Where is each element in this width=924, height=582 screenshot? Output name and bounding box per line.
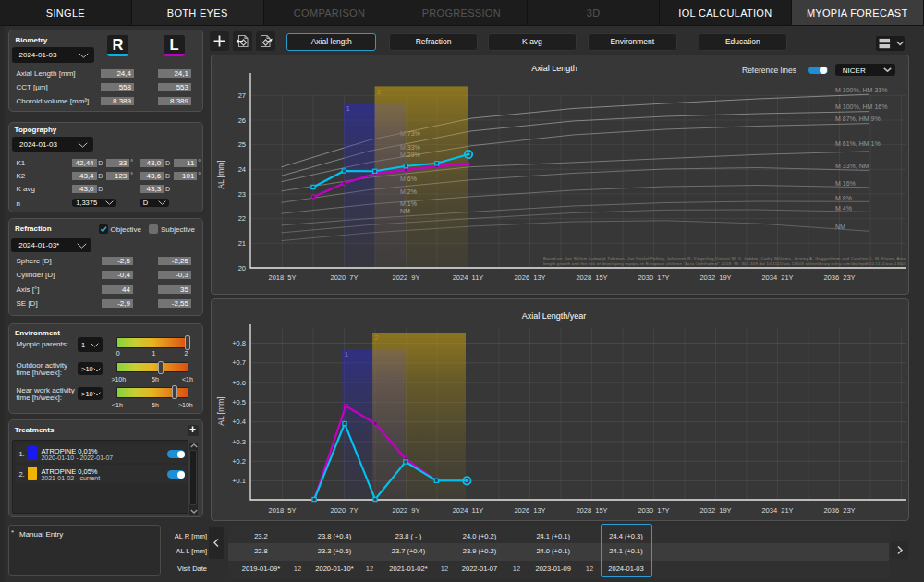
svg-text:24: 24	[238, 165, 246, 174]
svg-text:2036 23Y: 2036 23Y	[823, 506, 855, 515]
svg-text:20: 20	[238, 264, 246, 273]
svg-text:M 61%, HM 1%: M 61%, HM 1%	[835, 140, 881, 147]
svg-text:+0.3: +0.3	[232, 438, 246, 446]
svg-text:2018 5Y: 2018 5Y	[268, 273, 296, 282]
svg-text:+0.5: +0.5	[232, 398, 246, 406]
svg-text:2020 7Y: 2020 7Y	[330, 506, 358, 515]
svg-text:2032 19Y: 2032 19Y	[699, 506, 731, 515]
svg-text:2030 17Y: 2030 17Y	[638, 506, 669, 515]
svg-text:+0.6: +0.6	[232, 379, 246, 387]
svg-text:+0.4: +0.4	[232, 418, 246, 426]
svg-text:Axial Length/year: Axial Length/year	[522, 311, 587, 321]
svg-text:+0.7: +0.7	[232, 358, 246, 367]
svg-text:M 87%, HM 9%: M 87%, HM 9%	[835, 115, 881, 122]
svg-text:25: 25	[238, 140, 246, 149]
svg-text:M 8%: M 8%	[835, 195, 852, 201]
svg-text:M 16%: M 16%	[835, 180, 856, 187]
svg-text:2020 7Y: 2020 7Y	[330, 273, 358, 282]
svg-text:27: 27	[238, 91, 246, 100]
svg-text:1: 1	[345, 350, 349, 358]
svg-text:2030 17Y: 2030 17Y	[638, 273, 669, 282]
svg-text:M 100%, HM 16%: M 100%, HM 16%	[835, 103, 887, 110]
svg-text:26: 26	[238, 116, 246, 125]
svg-text:2018 5Y: 2018 5Y	[268, 506, 296, 515]
svg-text:+0.2: +0.2	[232, 457, 246, 466]
svg-text:+0.8: +0.8	[232, 339, 246, 347]
svg-text:2028 15Y: 2028 15Y	[576, 506, 607, 515]
svg-text:2036 23Y: 2036 23Y	[823, 273, 855, 282]
svg-text:2022 9Y: 2022 9Y	[392, 273, 419, 282]
svg-text:AL [mm]: AL [mm]	[216, 160, 225, 188]
svg-text:Axial Length: Axial Length	[531, 64, 578, 73]
svg-text:2: 2	[377, 88, 382, 96]
svg-text:M 33%, NM: M 33%, NM	[835, 163, 869, 169]
svg-text:M 4%: M 4%	[835, 205, 852, 212]
svg-text:2026 13Y: 2026 13Y	[514, 506, 545, 515]
svg-text:2: 2	[375, 333, 380, 342]
svg-text:NM: NM	[835, 224, 845, 230]
svg-text:length growth and the risk of: length growth and the risk of developing…	[543, 261, 907, 266]
svg-text:2026 13Y: 2026 13Y	[514, 273, 545, 282]
svg-text:2034 21Y: 2034 21Y	[761, 273, 793, 282]
svg-text:23: 23	[238, 190, 246, 199]
svg-text:21: 21	[238, 239, 246, 248]
svg-text:2022 9Y: 2022 9Y	[392, 506, 419, 515]
svg-text:2028 15Y: 2028 15Y	[576, 273, 607, 282]
svg-text:M 100%, HM 31%: M 100%, HM 31%	[835, 87, 887, 93]
svg-text:2024 11Y: 2024 11Y	[453, 506, 484, 515]
svg-text:2034 21Y: 2034 21Y	[761, 506, 793, 515]
svg-text:Based on: Jan Willem Ludowijk: Based on: Jan Willem Ludowijk Tideman, J…	[543, 256, 906, 261]
svg-text:+0.1: +0.1	[232, 477, 246, 485]
svg-text:22: 22	[238, 214, 246, 223]
svg-text:AL [mm]: AL [mm]	[216, 396, 225, 425]
svg-text:1: 1	[346, 104, 351, 113]
svg-text:2024 11Y: 2024 11Y	[453, 273, 484, 282]
svg-text:2032 19Y: 2032 19Y	[699, 273, 731, 282]
